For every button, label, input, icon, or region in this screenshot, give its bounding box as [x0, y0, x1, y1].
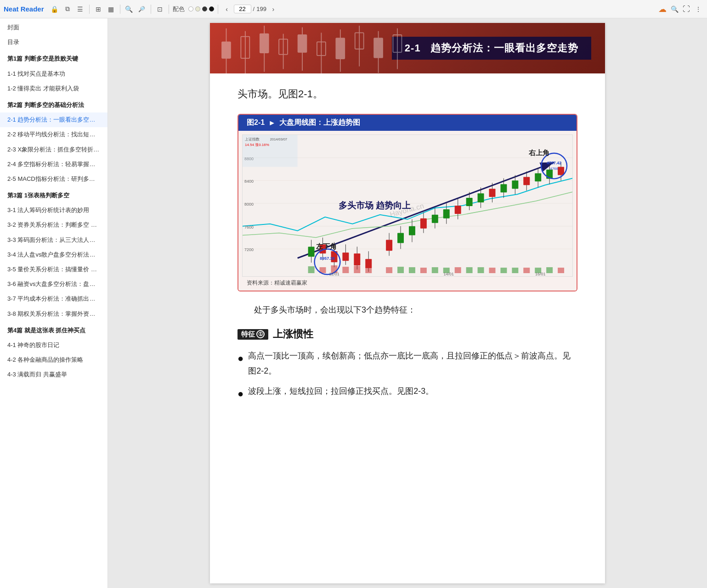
svg-text:8400: 8400	[244, 179, 254, 184]
figure-title-bar: 图2-1 ► 大盘周线图：上涨趋势图	[238, 115, 577, 131]
table-icon[interactable]: ▦	[106, 4, 116, 14]
page-sep: /	[253, 6, 255, 12]
sidebar-item-s1-2[interactable]: 1-2 懂得卖出 才能获利入袋	[0, 81, 107, 96]
color-label: 配色	[173, 5, 185, 13]
svg-rect-76	[354, 266, 360, 273]
color-dot-light[interactable]	[195, 6, 200, 11]
sidebar-item-s3-8[interactable]: 3-8 期权关系分析法：掌握外资多空动向	[0, 307, 107, 321]
sidebar-item-s2-1[interactable]: 2-1 趋势分析法：一眼看出多空走势	[0, 112, 107, 127]
page-nav: ‹ 22 / 199 ›	[222, 4, 278, 14]
bullet-item-1: ● 高点一顶比一顶高，续创新高；低点亦一底比一底高，且拉回修正的低点＞前波高点。…	[238, 348, 577, 378]
chapter-title-text: 趋势分析法：一眼看出多空走势	[430, 42, 578, 54]
grid-icon[interactable]: ⊞	[93, 4, 103, 14]
sidebar: 封面 目录 第1篇 判断多空是胜败关键 1-1 找对买点是基本功 1-2 懂得卖…	[0, 18, 108, 588]
svg-rect-78	[386, 267, 392, 273]
header-decoration	[210, 23, 427, 73]
sidebar-item-s1-1[interactable]: 1-1 找对买点是基本功	[0, 67, 107, 81]
svg-rect-71	[558, 167, 564, 175]
bullet-text-1: 高点一顶比一顶高，续创新高；低点亦一底比一底高，且拉回修正的低点＞前波高点。见图…	[248, 348, 577, 378]
svg-rect-51	[443, 209, 450, 218]
svg-text:12/01: 12/01	[329, 272, 339, 276]
sidebar-item-s3-6[interactable]: 3-6 融资vs大盘多空分析法：盘势多空...	[0, 277, 107, 291]
svg-rect-63	[512, 180, 518, 189]
sidebar-item-s3-1[interactable]: 3-1 法人筹码分析统计表的妙用	[0, 203, 107, 218]
svg-rect-87	[489, 268, 496, 273]
page-content: 2-1 趋势分析法：一眼看出多空走势 头市场。见图2-1。 图2-1 ► 大盘周…	[210, 23, 605, 583]
svg-rect-5	[260, 34, 269, 53]
sep2	[120, 5, 120, 14]
next-page-button[interactable]: ›	[268, 4, 278, 14]
svg-text:8000: 8000	[244, 202, 254, 207]
sidebar-item-s2-2[interactable]: 2-2 移动平均线分析法：找出短中长期...	[0, 127, 107, 142]
svg-rect-72	[308, 266, 315, 273]
sidebar-item-s4-1[interactable]: 4-1 神奇的股市日记	[0, 338, 107, 353]
svg-text:8957.38: 8957.38	[320, 256, 334, 261]
figure-box: 图2-1 ► 大盘周线图：上涨趋势图	[238, 114, 577, 291]
color-dot-dark[interactable]	[202, 6, 207, 11]
sidebar-item-part2[interactable]: 第2篇 判断多空的基础分析法	[0, 98, 107, 112]
svg-text:7600: 7600	[244, 225, 254, 230]
feature-heading: 特征 ① 上涨惯性	[238, 327, 577, 341]
toolbar: Neat Reader 🔒 ⧉ ☰ ⊞ ▦ 🔍 🔎 ⊡ 配色 ‹ 22 / 19…	[0, 0, 707, 18]
sidebar-item-s4-3[interactable]: 4-3 满载而归 共赢盛举	[0, 367, 107, 382]
svg-rect-61	[500, 184, 507, 192]
page-number-input[interactable]: 22	[234, 5, 251, 13]
svg-rect-86	[478, 267, 484, 273]
menu-icon[interactable]: ☰	[75, 4, 85, 14]
svg-text:上证指数: 上证指数	[245, 137, 260, 141]
bullet-dot-1: ●	[238, 349, 243, 368]
figure-caption: 资料来源：精诚速霸赢家	[242, 277, 573, 291]
fullscreen-icon[interactable]: ⛶	[681, 4, 691, 14]
sidebar-item-s3-4[interactable]: 3-4 法人盘vs散户盘多空分析法：正确...	[0, 247, 107, 262]
sidebar-item-s4-2[interactable]: 4-2 各种金融商品的操作策略	[0, 353, 107, 367]
figure-title: 大盘周线图：上涨趋势图	[279, 118, 360, 128]
chart-placeholder: 8957.38 4787.42 4768 Hayona.cn 8800	[242, 134, 573, 277]
svg-rect-53	[455, 206, 461, 214]
color-options	[188, 6, 214, 11]
prev-page-button[interactable]: ‹	[222, 4, 232, 14]
content-area[interactable]: 2-1 趋势分析法：一眼看出多空走势 头市场。见图2-1。 图2-1 ► 大盘周…	[108, 18, 707, 588]
sidebar-item-part3[interactable]: 第3篇 1张表格判断多空	[0, 188, 107, 203]
feature-tag: 特征 ①	[238, 329, 268, 340]
bullet-dot-2: ●	[238, 385, 243, 403]
svg-rect-47	[420, 218, 427, 229]
search-right-icon[interactable]: 🔍	[669, 4, 679, 14]
cloud-icon[interactable]: ☁	[657, 4, 667, 14]
intro-text: 头市场。见图2-1。	[238, 87, 577, 101]
sidebar-item-part4[interactable]: 第4篇 就是这张表 抓住神买点	[0, 323, 107, 338]
fit-icon[interactable]: ⊡	[155, 4, 165, 14]
copy-icon[interactable]: ⧉	[62, 4, 73, 14]
chart-annotation-bl: 左下角	[316, 242, 337, 251]
color-dot-white[interactable]	[188, 6, 193, 11]
svg-rect-9	[298, 35, 307, 52]
sep1	[89, 5, 90, 14]
bullet-item-2: ● 波段上涨，短线拉回；拉回修正找买点。见图2-3。	[238, 384, 577, 403]
page-body: 头市场。见图2-1。 图2-1 ► 大盘周线图：上涨趋势图	[210, 73, 605, 403]
zoom-out-icon[interactable]: 🔎	[137, 4, 147, 14]
feature-title: 上涨惯性	[273, 327, 313, 341]
sidebar-item-cover[interactable]: 封面	[0, 20, 107, 35]
app-title: Neat Reader	[4, 5, 44, 13]
more-icon[interactable]: ⋮	[693, 4, 703, 14]
sidebar-item-s3-2[interactable]: 3-2 资券关系分析法：判断多空 顺势操作	[0, 218, 107, 232]
svg-rect-41	[386, 240, 392, 251]
search-icon[interactable]: 🔍	[124, 4, 134, 14]
sidebar-item-s2-5[interactable]: 2-5 MACD指标分析法：研判多空和涨跌	[0, 172, 107, 186]
svg-rect-29	[308, 246, 315, 257]
svg-rect-67	[535, 173, 541, 181]
sidebar-item-toc[interactable]: 目录	[0, 35, 107, 50]
svg-rect-65	[523, 177, 530, 185]
lock-icon[interactable]: 🔒	[50, 4, 60, 14]
sidebar-item-s2-3[interactable]: 2-3 X象限分析法：抓住多空转折讯号	[0, 142, 107, 157]
svg-rect-82	[432, 267, 438, 273]
sep3	[151, 5, 151, 14]
color-dot-black[interactable]	[209, 6, 214, 11]
sidebar-item-s3-7[interactable]: 3-7 平均成本分析法：准确抓出买卖点	[0, 291, 107, 306]
sidebar-item-part1[interactable]: 第1篇 判断多空是胜败关键	[0, 51, 107, 66]
sidebar-item-s3-5[interactable]: 3-5 量价关系分析法：搞懂量价 掌握多空	[0, 262, 107, 277]
svg-rect-37	[354, 253, 360, 265]
sidebar-item-s2-4[interactable]: 2-4 多空指标分析法：轻易掌握多空趋势	[0, 157, 107, 172]
sidebar-item-s3-3[interactable]: 3-3 筹码面分析法：从三大法人买卖超...	[0, 233, 107, 247]
chart-main-label: 多头市场 趋势向上	[339, 200, 411, 212]
svg-rect-93	[558, 268, 564, 273]
